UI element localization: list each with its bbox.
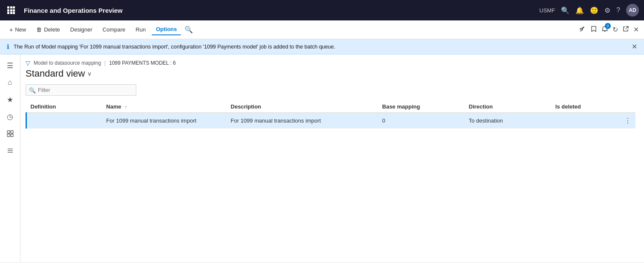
filter-search-icon: 🔍: [29, 87, 36, 93]
cell-is-deleted: [551, 113, 616, 129]
breadcrumb-part1: Model to datasource mapping: [34, 60, 101, 66]
delete-icon: 🗑: [36, 26, 42, 33]
delete-button[interactable]: 🗑 Delete: [32, 24, 64, 35]
sidebar-item-favorites[interactable]: ★: [3, 92, 18, 107]
svg-rect-7: [10, 12, 12, 14]
col-header-direction: Direction: [465, 101, 551, 113]
svg-rect-10: [7, 131, 10, 133]
close-icon[interactable]: ✕: [633, 26, 639, 34]
cell-direction: To destination: [465, 113, 551, 129]
filter-icon[interactable]: ▽: [26, 60, 30, 66]
app-grid-icon[interactable]: [5, 4, 17, 16]
col-header-base-mapping: Base mapping: [378, 101, 464, 113]
refresh-icon[interactable]: ↻: [612, 26, 618, 34]
breadcrumb-part2: 1099 PAYMENTS MODEL : 6: [109, 60, 176, 66]
toolbar: + New 🗑 Delete Designer Compare Run Opti…: [0, 20, 644, 39]
new-icon: +: [9, 26, 13, 33]
cell-name: For 1099 manual transactions import: [102, 113, 226, 129]
data-table: Definition Name ↑ Description Base mappi…: [26, 101, 635, 129]
cell-definition: [26, 113, 102, 129]
col-header-more: [616, 101, 635, 113]
top-bar: Finance and Operations Preview USMF 🔍 🔔 …: [0, 0, 644, 20]
run-button[interactable]: Run: [131, 24, 150, 35]
sidebar-item-recent[interactable]: ◷: [3, 109, 18, 124]
sidebar-item-workspaces[interactable]: [3, 126, 18, 141]
col-header-name[interactable]: Name ↑: [102, 101, 226, 113]
designer-label: Designer: [70, 26, 92, 33]
run-label: Run: [135, 26, 146, 33]
breadcrumb: ▽ Model to datasource mapping | 1099 PAY…: [26, 60, 635, 66]
col-header-is-deleted: Is deleted: [551, 101, 616, 113]
view-title-chevron[interactable]: ∨: [87, 70, 92, 77]
notifications-icon[interactable]: 0: [601, 26, 608, 34]
svg-rect-1: [10, 6, 12, 9]
toolbar-search-icon[interactable]: 🔍: [184, 26, 193, 34]
svg-rect-11: [11, 131, 13, 133]
filter-input[interactable]: [26, 84, 136, 96]
data-table-container: Definition Name ↑ Description Base mappi…: [26, 101, 635, 129]
company-label: USMF: [539, 7, 555, 14]
banner-message: The Run of Model mapping 'For 1099 manua…: [14, 44, 335, 50]
sort-icon-name: ↑: [124, 104, 127, 109]
svg-rect-12: [7, 134, 10, 137]
svg-rect-8: [13, 12, 15, 14]
content-area: ▽ Model to datasource mapping | 1099 PAY…: [20, 54, 644, 262]
svg-rect-2: [13, 6, 15, 9]
external-icon[interactable]: [622, 26, 629, 34]
designer-button[interactable]: Designer: [66, 24, 97, 35]
notification-badge: 0: [605, 23, 611, 29]
new-button[interactable]: + New: [5, 24, 30, 35]
banner-close-icon[interactable]: ✕: [632, 43, 637, 51]
search-icon[interactable]: 🔍: [561, 6, 569, 14]
sidebar-item-modules[interactable]: [3, 143, 18, 158]
breadcrumb-separator: |: [104, 60, 106, 66]
smiley-icon[interactable]: 🙂: [590, 6, 598, 14]
table-row[interactable]: For 1099 manual transactions import For …: [26, 113, 636, 129]
cell-more[interactable]: ⋮: [616, 113, 635, 129]
compare-button[interactable]: Compare: [98, 24, 129, 35]
delete-label: Delete: [44, 26, 60, 33]
options-button[interactable]: Options: [152, 24, 181, 35]
cell-description: For 1099 manual transactions import: [227, 113, 378, 129]
view-title-text: Standard view: [26, 68, 85, 79]
sidebar: ☰ ⌂ ★ ◷: [0, 54, 20, 262]
more-options-icon[interactable]: ⋮: [624, 117, 631, 124]
info-banner: ℹ The Run of Model mapping 'For 1099 man…: [0, 39, 644, 54]
view-title: Standard view ∨: [26, 68, 635, 79]
notification-icon[interactable]: 🔔: [575, 6, 584, 14]
new-label: New: [15, 26, 26, 33]
app-title: Finance and Operations Preview: [21, 7, 535, 14]
filter-input-wrap: 🔍: [26, 84, 136, 96]
pin-icon[interactable]: [579, 26, 586, 34]
svg-rect-0: [7, 6, 9, 9]
info-icon: ℹ: [7, 43, 9, 51]
sidebar-item-home[interactable]: ⌂: [3, 75, 18, 90]
top-bar-right: USMF 🔍 🔔 🙂 ⚙ ? AD: [539, 4, 639, 17]
settings-icon[interactable]: ⚙: [604, 6, 610, 14]
bookmark-icon[interactable]: [590, 26, 597, 34]
svg-rect-5: [13, 9, 15, 11]
svg-rect-3: [7, 9, 9, 11]
sidebar-item-menu[interactable]: ☰: [3, 58, 18, 73]
svg-rect-13: [11, 134, 13, 137]
options-label: Options: [156, 26, 177, 32]
svg-rect-6: [7, 12, 9, 14]
svg-rect-4: [10, 9, 12, 11]
main-layout: ☰ ⌂ ★ ◷ ▽ Model to datasource mapping | …: [0, 54, 644, 262]
compare-label: Compare: [103, 26, 125, 33]
cell-base-mapping: 0: [378, 113, 464, 129]
toolbar-right-icons: 0 ↻ ✕: [579, 26, 639, 34]
avatar[interactable]: AD: [626, 4, 639, 17]
col-header-definition: Definition: [26, 101, 102, 113]
col-header-description: Description: [227, 101, 378, 113]
help-icon[interactable]: ?: [616, 6, 620, 14]
